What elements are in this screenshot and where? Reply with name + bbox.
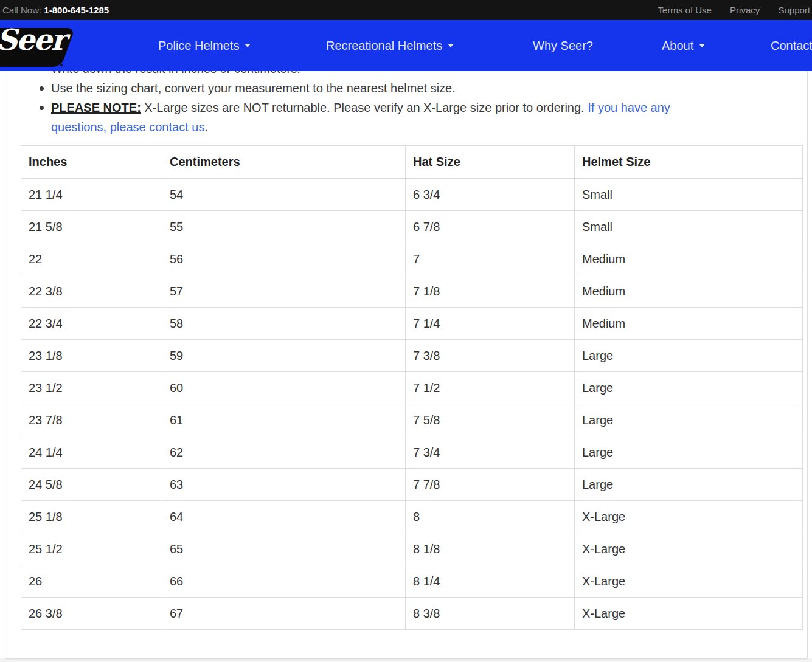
chevron-down-icon <box>245 44 251 47</box>
table-cell: 54 <box>162 179 406 211</box>
chevron-down-icon <box>699 44 705 47</box>
table-cell: 56 <box>162 243 406 275</box>
table-cell: Medium <box>575 243 803 275</box>
note-text: X-Large sizes are NOT returnable. Please… <box>141 101 588 114</box>
terms-of-use-link[interactable]: Terms of Use <box>658 5 712 15</box>
table-row: 26 3/8678 3/8X-Large <box>21 598 803 630</box>
table-cell: 22 3/8 <box>21 275 162 308</box>
table-cell: Large <box>575 436 803 469</box>
nav-label: Recreational Helmets <box>326 39 442 53</box>
table-row: 22567Medium <box>21 243 803 275</box>
column-header-centimeters: Centimeters <box>162 146 406 179</box>
main-navbar: Seer Police Helmets Recreational Helmets… <box>0 20 812 71</box>
table-row: 25 1/2658 1/8X-Large <box>21 533 803 565</box>
content-panel: Write down the result in inches or centi… <box>5 0 808 659</box>
table-cell: 7 5/8 <box>406 404 575 436</box>
sizing-chart-table: Inches Centimeters Hat Size Helmet Size … <box>21 145 803 630</box>
table-cell: 60 <box>162 372 406 404</box>
table-cell: 25 1/8 <box>21 501 162 533</box>
privacy-link[interactable]: Privacy <box>730 5 760 15</box>
table-cell: Large <box>575 469 803 501</box>
table-cell: Medium <box>575 308 803 340</box>
contact-us-link-line2: questions, please contact us <box>51 120 204 134</box>
table-cell: 23 7/8 <box>21 404 162 436</box>
table-cell: 22 <box>21 243 162 275</box>
size-table-body: 21 1/4546 3/4Small21 5/8556 7/8Small2256… <box>21 179 803 630</box>
table-cell: Small <box>575 211 803 243</box>
nav-label: Contact <box>771 39 812 53</box>
phone-number: 1-800-645-1285 <box>44 5 109 15</box>
page: Write down the result in inches or centi… <box>0 0 812 662</box>
table-cell: 7 7/8 <box>406 469 575 501</box>
table-cell: 59 <box>162 340 406 372</box>
table-cell: 26 <box>21 565 162 598</box>
nav-about[interactable]: About <box>662 20 705 71</box>
call-now: Call Now: 1-800-645-1285 <box>2 0 109 20</box>
table-cell: 63 <box>162 469 406 501</box>
table-row: 21 5/8556 7/8Small <box>21 211 803 243</box>
table-cell: 8 3/8 <box>406 598 575 630</box>
table-cell: 61 <box>162 404 406 436</box>
table-row: 22 3/4587 1/4Medium <box>21 308 803 340</box>
support-link[interactable]: Support <box>778 5 810 15</box>
nav-label: Why Seer? <box>533 39 593 53</box>
table-cell: 23 1/2 <box>21 372 162 404</box>
top-links: Terms of Use Privacy Support <box>642 0 810 20</box>
table-cell: 62 <box>162 436 406 469</box>
nav-recreational-helmets[interactable]: Recreational Helmets <box>326 20 454 71</box>
table-row: 26668 1/4X-Large <box>21 565 803 598</box>
table-cell: 58 <box>162 308 406 340</box>
table-cell: 6 3/4 <box>406 179 575 211</box>
table-cell: 7 3/8 <box>406 340 575 372</box>
table-cell: 7 1/2 <box>406 372 575 404</box>
table-cell: Large <box>575 404 803 436</box>
column-header-helmet-size: Helmet Size <box>575 146 803 179</box>
table-cell: X-Large <box>575 533 803 565</box>
table-cell: 21 1/4 <box>21 179 162 211</box>
nav-police-helmets[interactable]: Police Helmets <box>158 20 251 71</box>
table-row: 22 3/8577 1/8Medium <box>21 275 803 308</box>
table-cell: 7 <box>406 243 575 275</box>
table-row: 23 1/8597 3/8Large <box>21 340 803 372</box>
table-cell: 65 <box>162 533 406 565</box>
table-cell: 64 <box>162 501 406 533</box>
table-row: 23 7/8617 5/8Large <box>21 404 803 436</box>
instruction-text: Use the sizing chart, convert your measu… <box>51 81 456 95</box>
brand-logo-text[interactable]: Seer <box>0 22 65 57</box>
table-cell: 8 1/8 <box>406 533 575 565</box>
table-cell: 24 5/8 <box>21 469 162 501</box>
nav-why-seer[interactable]: Why Seer? <box>533 20 593 71</box>
table-cell: X-Large <box>575 501 803 533</box>
list-item: PLEASE NOTE: X-Large sizes are NOT retur… <box>5 98 796 137</box>
table-cell: 8 1/4 <box>406 565 575 598</box>
table-cell: 7 1/4 <box>406 308 575 340</box>
nav-contact[interactable]: Contact <box>771 20 812 71</box>
note-period: . <box>204 120 208 134</box>
table-cell: 22 3/4 <box>21 308 162 340</box>
nav-label: Police Helmets <box>158 39 239 53</box>
table-cell: X-Large <box>575 598 803 630</box>
table-cell: 7 3/4 <box>406 436 575 469</box>
table-cell: 55 <box>162 211 406 243</box>
column-header-hat-size: Hat Size <box>406 146 575 179</box>
table-cell: Medium <box>575 275 803 308</box>
table-cell: Large <box>575 372 803 404</box>
brand-trademark-dot <box>60 64 63 66</box>
table-cell: 25 1/2 <box>21 533 162 565</box>
table-cell: 6 7/8 <box>406 211 575 243</box>
table-cell: 67 <box>162 598 406 630</box>
table-cell: 24 1/4 <box>21 436 162 469</box>
table-row: 23 1/2607 1/2Large <box>21 372 803 404</box>
top-utility-bar: Call Now: 1-800-645-1285 Terms of Use Pr… <box>0 0 812 20</box>
please-note-label: PLEASE NOTE: <box>51 101 141 114</box>
table-cell: 57 <box>162 275 406 308</box>
chevron-down-icon <box>448 44 454 47</box>
table-row: 25 1/8648X-Large <box>21 501 803 533</box>
table-cell: X-Large <box>575 565 803 598</box>
call-now-label: Call Now: <box>2 5 41 15</box>
table-cell: 26 3/8 <box>21 598 162 630</box>
table-row: 24 1/4627 3/4Large <box>21 436 803 469</box>
table-cell: 8 <box>406 501 575 533</box>
table-cell: 23 1/8 <box>21 340 162 372</box>
table-cell: 21 5/8 <box>21 211 162 243</box>
